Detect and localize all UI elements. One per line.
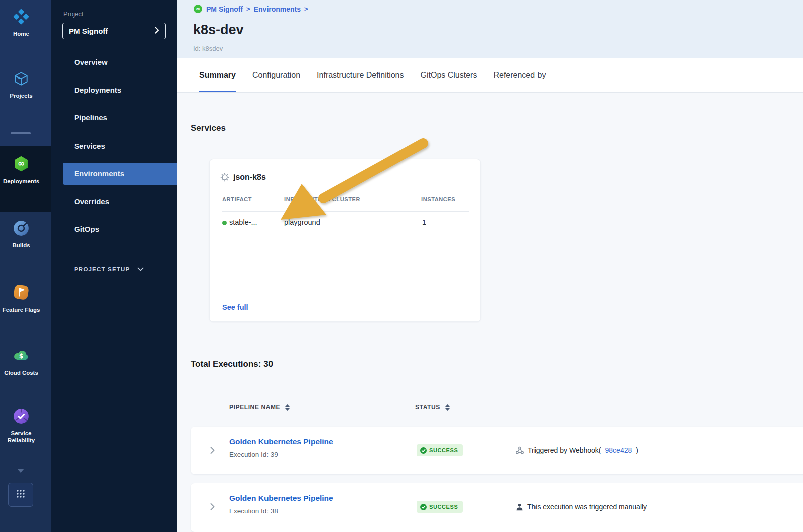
breadcrumb-separator: >: [304, 5, 308, 13]
summary-content: Services json-k8s: [177, 93, 803, 532]
column-header-cluster: INFRA / GITOPS CLUSTER: [284, 196, 360, 202]
service-reliability-icon: [13, 408, 30, 427]
breadcrumb-link-project[interactable]: PM Signoff: [206, 5, 243, 13]
harness-home-icon: [13, 8, 30, 27]
project-selector[interactable]: PM Signoff: [62, 23, 166, 39]
breadcrumb-link-environments[interactable]: Environments: [254, 5, 301, 13]
tab-configuration[interactable]: Configuration: [252, 58, 300, 92]
feature-flags-icon: [12, 283, 30, 303]
trigger-info: Triggered by Webhook(98ce428): [516, 446, 638, 454]
services-heading: Services: [191, 123, 226, 134]
cloud-costs-icon: $: [12, 346, 30, 366]
project-setup-toggle[interactable]: PROJECT SETUP: [74, 266, 144, 272]
module-rail: Home Projects: [0, 0, 51, 532]
expand-chevron-icon[interactable]: [210, 502, 215, 513]
rail-item-deployments[interactable]: ∞ Deployments: [0, 155, 42, 185]
rail-label: Builds: [12, 242, 30, 249]
execution-info: Golden Kubernetes Pipeline Execution Id:…: [229, 437, 333, 458]
service-instance-row: stable-... playground 1: [222, 218, 471, 227]
expand-chevron-icon[interactable]: [210, 446, 215, 457]
gear-icon: [220, 173, 229, 182]
execution-row: Golden Kubernetes Pipeline Execution Id:…: [191, 483, 803, 532]
trigger-text: ): [636, 446, 638, 454]
rail-scroll-divider: [11, 132, 31, 134]
sidebar-item-label: Overview: [74, 58, 108, 66]
card-divider: [222, 211, 469, 212]
service-card: json-k8s ARTIFACT INFRA / GITOPS CLUSTER…: [209, 159, 481, 322]
instances-value: 1: [422, 218, 426, 226]
sidebar-item-deployments[interactable]: Deployments: [51, 76, 177, 104]
svg-text:∞: ∞: [196, 6, 200, 12]
rail-item-home[interactable]: Home: [0, 8, 42, 37]
sidebar-item-label: GitOps: [74, 225, 99, 233]
service-card-header: json-k8s: [220, 173, 266, 182]
webhook-id-link[interactable]: 98ce428: [605, 446, 632, 454]
rail-item-service-reliability[interactable]: Service Reliability: [0, 408, 42, 444]
status-badge: SUCCESS: [417, 444, 463, 456]
deployments-infinity-icon: ∞: [12, 155, 30, 175]
column-header-artifact: ARTIFACT: [222, 196, 252, 202]
status-label: SUCCESS: [429, 447, 458, 453]
pipeline-name-link[interactable]: Golden Kubernetes Pipeline: [229, 494, 333, 503]
page-header: ∞ PM Signoff > Environments > k8s-dev Id…: [177, 0, 803, 58]
total-executions-label: Total Executions: 30: [191, 359, 273, 369]
page-title: k8s-dev: [193, 22, 244, 38]
sidebar-item-gitops[interactable]: GitOps: [51, 215, 177, 243]
status-label: SUCCESS: [429, 504, 458, 510]
sidebar-item-overview[interactable]: Overview: [51, 48, 177, 76]
service-name: json-k8s: [233, 173, 266, 182]
sidebar-item-label: Deployments: [74, 86, 121, 94]
deployments-module-icon: ∞: [193, 4, 203, 14]
rail-item-cloud-costs[interactable]: $ Cloud Costs: [0, 346, 42, 376]
sidebar-item-environments[interactable]: Environments: [63, 163, 177, 185]
column-header-status[interactable]: STATUS: [415, 404, 450, 411]
rail-label: Projects: [10, 92, 32, 99]
rail-item-feature-flags[interactable]: Feature Flags: [0, 283, 42, 313]
grid-icon: [16, 489, 26, 501]
tab-referenced-by[interactable]: Referenced by: [493, 58, 546, 92]
projects-cube-icon: [13, 70, 30, 89]
rail-lower-section: Builds Feature Flags: [0, 212, 51, 532]
execution-row: Golden Kubernetes Pipeline Execution Id:…: [191, 427, 803, 474]
project-section-label: Project: [63, 10, 83, 18]
rail-active-module-section: ∞ Deployments: [0, 146, 51, 212]
trigger-info: This execution was triggered manually: [516, 503, 647, 511]
rail-top-section: Home Projects: [0, 0, 51, 146]
column-label: PIPELINE NAME: [229, 404, 280, 411]
success-check-icon: [420, 447, 427, 454]
sidebar-item-pipelines[interactable]: Pipelines: [51, 104, 177, 132]
sidebar-item-label: Overrides: [74, 197, 109, 206]
success-check-icon: [420, 504, 427, 510]
rail-label: Service Reliability: [0, 430, 42, 444]
pipeline-name-link[interactable]: Golden Kubernetes Pipeline: [229, 437, 333, 446]
nav-divider: [63, 257, 166, 257]
execution-id: Execution Id: 38: [229, 507, 333, 515]
cluster-value: playground: [284, 218, 320, 226]
breadcrumb: ∞ PM Signoff > Environments >: [193, 4, 308, 14]
module-grid-button[interactable]: [8, 483, 33, 507]
column-header-pipeline-name[interactable]: PIPELINE NAME: [229, 404, 290, 411]
execution-info: Golden Kubernetes Pipeline Execution Id:…: [229, 494, 333, 515]
rail-bottom-divider: [0, 466, 51, 466]
column-header-instances: INSTANCES: [421, 196, 455, 202]
breadcrumb-separator: >: [246, 5, 250, 13]
trigger-text: This execution was triggered manually: [527, 503, 647, 511]
status-badge: SUCCESS: [417, 501, 463, 513]
rail-label: Cloud Costs: [4, 369, 38, 376]
page-id: Id: k8sdev: [193, 45, 223, 52]
rail-item-projects[interactable]: Projects: [0, 70, 42, 99]
sidebar-item-services[interactable]: Services: [51, 132, 177, 160]
tab-summary[interactable]: Summary: [199, 58, 236, 92]
collapse-chevron-icon[interactable]: [13, 468, 28, 477]
sidebar-item-label: Pipelines: [74, 113, 107, 122]
main-panel: ∞ PM Signoff > Environments > k8s-dev Id…: [177, 0, 803, 532]
see-full-link[interactable]: See full: [222, 303, 248, 311]
rail-label: Feature Flags: [3, 306, 40, 313]
sidebar-item-overrides[interactable]: Overrides: [51, 188, 177, 216]
tab-infrastructure-definitions[interactable]: Infrastructure Definitions: [317, 58, 404, 92]
rail-item-builds[interactable]: Builds: [0, 220, 42, 249]
tab-gitops-clusters[interactable]: GitOps Clusters: [421, 58, 477, 92]
project-nav-list: Overview Deployments Pipelines Services …: [51, 48, 177, 243]
project-sidebar: Project PM Signoff Overview Deployments …: [51, 0, 177, 532]
sort-icon: [285, 404, 290, 411]
